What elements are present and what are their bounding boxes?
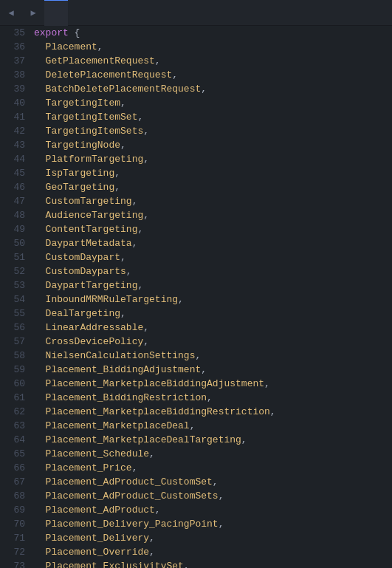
code-line: Placement_Delivery, bbox=[34, 531, 392, 545]
line-number: 44 bbox=[6, 152, 25, 166]
code-line: CrossDevicePolicy, bbox=[34, 335, 392, 349]
plain-token bbox=[34, 196, 46, 207]
plain-token: , bbox=[120, 252, 126, 263]
plain-token: , bbox=[207, 392, 213, 403]
line-number: 63 bbox=[6, 419, 25, 433]
plain-token: , bbox=[155, 55, 161, 66]
line-number: 58 bbox=[6, 349, 25, 363]
plain-token bbox=[34, 69, 46, 81]
type-token: AudienceTargeting bbox=[46, 210, 144, 221]
plain-token: , bbox=[155, 504, 161, 516]
type-token: Placement_Delivery bbox=[46, 533, 149, 544]
code-line: Placement_MarketplaceDealTargeting, bbox=[34, 433, 392, 447]
plain-token: , bbox=[270, 406, 276, 417]
code-line: DealTargeting, bbox=[34, 307, 392, 321]
plain-token bbox=[34, 224, 46, 235]
type-token: Placement_Price bbox=[46, 462, 132, 473]
plain-token: , bbox=[190, 420, 196, 431]
line-number: 47 bbox=[6, 194, 25, 208]
arrow-left[interactable]: ◀ bbox=[0, 0, 22, 26]
keyword-token: export bbox=[34, 27, 69, 38]
type-token: Placement_MarketplaceDealTargeting bbox=[46, 434, 241, 445]
line-number: 73 bbox=[6, 559, 25, 568]
plain-token: , bbox=[219, 519, 224, 530]
arrow-right[interactable]: ▶ bbox=[22, 0, 44, 26]
plain-token: { bbox=[69, 27, 80, 38]
plain-token bbox=[34, 350, 46, 361]
plain-token bbox=[34, 406, 46, 417]
plain-token: , bbox=[219, 490, 224, 502]
plain-token: , bbox=[143, 154, 149, 165]
plain-token: , bbox=[132, 462, 138, 473]
active-tab[interactable] bbox=[44, 0, 68, 26]
line-number: 65 bbox=[6, 447, 25, 461]
line-number: 51 bbox=[6, 250, 25, 264]
code-line: Placement_AdProduct, bbox=[34, 503, 392, 517]
plain-token bbox=[34, 476, 46, 487]
line-number: 48 bbox=[6, 208, 25, 222]
plain-token: , bbox=[213, 476, 219, 487]
plain-token: , bbox=[143, 126, 149, 137]
type-token: DaypartTargeting bbox=[46, 280, 138, 291]
code-line: GeoTargeting, bbox=[34, 180, 392, 194]
type-token: GeoTargeting bbox=[46, 182, 115, 193]
type-token: Placement_Schedule bbox=[46, 448, 149, 459]
plain-token: , bbox=[195, 350, 201, 361]
code-line: Placement_Override, bbox=[34, 545, 392, 559]
plain-token: , bbox=[132, 238, 138, 249]
plain-token bbox=[34, 490, 46, 502]
type-token: CrossDevicePolicy bbox=[46, 336, 144, 347]
type-token: TargetingItem bbox=[46, 97, 120, 109]
type-token: TargetingNode bbox=[46, 140, 120, 151]
code-line: BatchDeletePlacementRequest, bbox=[34, 82, 392, 96]
plain-token: , bbox=[137, 280, 143, 291]
plain-token bbox=[34, 154, 46, 165]
plain-token bbox=[34, 41, 46, 52]
plain-token bbox=[34, 448, 46, 459]
plain-token: , bbox=[120, 140, 126, 151]
plain-token bbox=[34, 308, 46, 319]
type-token: CustomDaypart bbox=[46, 252, 120, 263]
code-line: Placement, bbox=[34, 40, 392, 54]
type-token: BatchDeletePlacementRequest bbox=[46, 83, 202, 95]
plain-token: , bbox=[264, 378, 270, 389]
plain-token: , bbox=[149, 547, 155, 558]
line-number: 50 bbox=[6, 236, 25, 250]
plain-token: , bbox=[178, 294, 184, 305]
type-token: Placement_MarketplaceBiddingAdjustment bbox=[46, 378, 264, 389]
line-number: 54 bbox=[6, 292, 25, 307]
plain-token bbox=[34, 504, 46, 516]
code-line: AudienceTargeting, bbox=[34, 208, 392, 222]
plain-token bbox=[34, 462, 46, 473]
line-number: 66 bbox=[6, 461, 25, 475]
type-token: Placement_MarketplaceBiddingRestriction bbox=[46, 406, 270, 417]
line-number: 70 bbox=[6, 517, 25, 531]
type-token: Placement_Override bbox=[46, 547, 149, 558]
code-line: Placement_BiddingRestriction, bbox=[34, 391, 392, 405]
code-line: PlatformTargeting, bbox=[34, 152, 392, 166]
plain-token bbox=[34, 112, 46, 123]
type-token: Placement_MarketplaceDeal bbox=[46, 420, 190, 431]
type-token: Placement_AdProduct bbox=[46, 504, 155, 516]
code-line: DeletePlacementRequest, bbox=[34, 68, 392, 82]
line-number: 71 bbox=[6, 531, 25, 545]
line-number: 41 bbox=[6, 110, 25, 124]
plain-token: , bbox=[143, 322, 149, 333]
plain-token bbox=[34, 83, 46, 95]
plain-token: , bbox=[241, 434, 247, 445]
plain-token bbox=[34, 168, 46, 179]
plain-token: , bbox=[184, 561, 190, 568]
type-token: ContentTargeting bbox=[46, 224, 138, 235]
code-line: TargetingItemSets, bbox=[34, 124, 392, 138]
plain-token: , bbox=[120, 308, 126, 319]
type-token: CustomDayparts bbox=[46, 266, 126, 277]
code-line: Placement_MarketplaceBiddingAdjustment, bbox=[34, 377, 392, 391]
line-number: 53 bbox=[6, 278, 25, 292]
type-token: GetPlacementRequest bbox=[46, 55, 155, 66]
plain-token bbox=[34, 519, 46, 530]
tab-bar: ◀ ▶ bbox=[0, 0, 392, 26]
plain-token: , bbox=[114, 182, 120, 193]
type-token: IspTargeting bbox=[46, 168, 115, 179]
line-number: 68 bbox=[6, 489, 25, 503]
editor: 3536373839404142434445464748495051525354… bbox=[0, 26, 392, 568]
